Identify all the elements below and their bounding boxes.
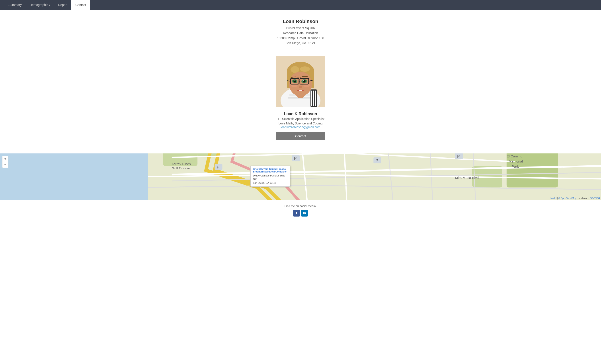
svg-rect-37 — [507, 153, 558, 187]
svg-point-16 — [291, 83, 298, 87]
map-controls: + − — [2, 156, 9, 168]
svg-point-26 — [294, 80, 294, 81]
map-popup-address-line1: 10300 Campus Point Dr Suite 100 — [253, 174, 288, 181]
map-background: P P P P P Torrey Pines State Natural Tor… — [0, 153, 601, 200]
svg-text:P: P — [376, 159, 378, 163]
map-attribution: Leaflet | © OpenStreetMap contributors, … — [550, 197, 600, 200]
profile-card-email[interactable]: loankimrobinson@gmail.com — [280, 125, 321, 129]
map-popup: Bristol Myers Squibb: Global Biopharmace… — [250, 166, 290, 187]
svg-rect-33 — [0, 153, 148, 200]
person-address: 10300 Campus Point Dr Suite 100 — [4, 36, 597, 40]
profile-card-tagline: Love Math, Science and Coding — [4, 122, 597, 125]
navbar: Summary Demographic ▾ Report Contact — [0, 0, 601, 10]
zoom-in-button[interactable]: + — [2, 156, 8, 162]
svg-point-14 — [300, 67, 310, 72]
map-popup-title: Bristol Myers Squibb: Global Biopharmace… — [253, 168, 288, 173]
svg-rect-32 — [299, 90, 302, 91]
leaflet-link[interactable]: Leaflet — [550, 197, 557, 200]
profile-card-name: Loan K Robinson — [4, 112, 597, 116]
osm-link[interactable]: © OpenStreetMap — [559, 197, 576, 200]
profile-card-title: IT - Scientific Application Specialist — [4, 117, 597, 121]
svg-point-17 — [303, 83, 310, 87]
divider-dots: ········ — [4, 48, 597, 52]
nav-demographic[interactable]: Demographic ▾ — [26, 0, 54, 10]
svg-point-30 — [303, 80, 304, 81]
linkedin-icon[interactable]: in — [301, 210, 308, 217]
person-city: San Diego, CA 92121 — [4, 40, 597, 45]
svg-text:Park: Park — [512, 164, 519, 168]
nav-summary[interactable]: Summary — [4, 0, 26, 10]
profile-photo — [276, 56, 325, 107]
dropdown-arrow-icon: ▾ — [49, 4, 50, 6]
osm-contributors: contributors, — [577, 197, 589, 200]
facebook-icon[interactable]: f — [293, 210, 300, 217]
svg-text:P: P — [457, 154, 460, 159]
person-name: Loan Robinson — [4, 19, 597, 24]
svg-rect-7 — [315, 91, 316, 106]
svg-rect-6 — [313, 91, 314, 106]
svg-text:P: P — [217, 165, 219, 169]
svg-text:Mira Mesa Blvd: Mira Mesa Blvd — [455, 176, 479, 179]
map-popup-address-line2: San Diego, CA 92121 — [253, 181, 288, 185]
license-link[interactable]: CC-BY-SA — [590, 197, 600, 200]
main-content: Loan Robinson Bristol Myers Squibb Resea… — [0, 10, 601, 147]
person-department: Research Data Utilization — [4, 30, 597, 35]
zoom-out-button[interactable]: − — [2, 162, 8, 168]
svg-text:El Camino: El Camino — [507, 154, 522, 158]
svg-text:Torrey Pines: Torrey Pines — [172, 162, 191, 166]
map-section: P P P P P Torrey Pines State Natural Tor… — [0, 153, 601, 200]
social-label: Find me on social media. — [4, 204, 597, 208]
contact-button[interactable]: Contact — [276, 132, 325, 140]
svg-rect-5 — [311, 91, 312, 106]
nav-contact[interactable]: Contact — [71, 0, 90, 10]
social-icons: f in — [4, 210, 597, 217]
svg-point-31 — [299, 86, 302, 88]
nav-report[interactable]: Report — [54, 0, 71, 10]
svg-point-13 — [290, 66, 299, 73]
svg-text:Golf Course: Golf Course — [172, 166, 190, 170]
svg-text:Memorial: Memorial — [509, 159, 523, 163]
social-section: Find me on social media. f in — [0, 200, 601, 221]
person-company: Bristol Myers Squibb — [4, 26, 597, 30]
svg-text:P: P — [294, 156, 297, 161]
